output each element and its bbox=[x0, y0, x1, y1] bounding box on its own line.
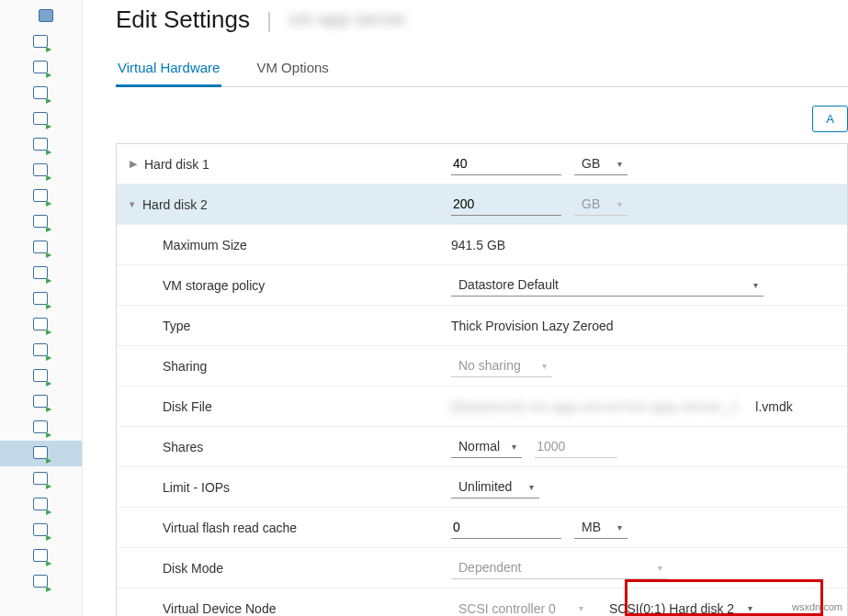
sidebar-item[interactable] bbox=[0, 364, 82, 389]
chevron-down-icon: ▾ bbox=[753, 280, 758, 290]
vm-icon bbox=[33, 266, 48, 281]
sidebar-item[interactable] bbox=[0, 441, 82, 466]
hard-disk-1-size-input[interactable] bbox=[451, 152, 561, 175]
chevron-down-icon: ▾ bbox=[130, 198, 135, 210]
row-storage-policy: VM storage policy Datastore Default ▾ bbox=[117, 265, 847, 306]
chevron-down-icon: ▾ bbox=[617, 522, 622, 532]
vm-icon bbox=[33, 523, 48, 538]
select-value: GB bbox=[582, 196, 600, 211]
sidebar-item[interactable] bbox=[0, 132, 82, 158]
chevron-down-icon: ▾ bbox=[617, 199, 622, 209]
vm-icon bbox=[33, 472, 48, 487]
chevron-down-icon: ▾ bbox=[617, 159, 622, 169]
vm-icon bbox=[33, 446, 48, 461]
sharing-select: No sharing ▾ bbox=[451, 354, 552, 377]
chevron-right-icon: ▶ bbox=[130, 158, 137, 170]
row-virtual-device-node: Virtual Device Node SCSI controller 0 ▾ … bbox=[117, 588, 847, 616]
sidebar-item[interactable] bbox=[0, 466, 82, 492]
row-hard-disk-2[interactable]: ▾ Hard disk 2 GB ▾ bbox=[117, 185, 847, 225]
row-limit-iops: Limit - IOPs Unlimited ▾ bbox=[117, 467, 847, 508]
vm-icon bbox=[33, 163, 48, 178]
vdn-address-select[interactable]: SCSI(0:1) Hard disk 2 ▾ bbox=[602, 598, 758, 617]
sidebar-item[interactable] bbox=[0, 569, 82, 595]
select-value: Unlimited bbox=[458, 479, 512, 494]
shares-level-select[interactable]: Normal ▾ bbox=[451, 435, 522, 458]
storage-policy-label: VM storage policy bbox=[163, 278, 265, 293]
flash-cache-unit-select[interactable]: MB ▾ bbox=[574, 516, 628, 539]
main-content: Edit Settings | vm-app-server Virtual Ha… bbox=[83, 0, 848, 616]
sharing-label: Sharing bbox=[163, 359, 207, 374]
sidebar-item[interactable] bbox=[0, 389, 82, 415]
max-size-label: Maximum Size bbox=[163, 238, 247, 252]
disk-file-suffix: l.vmdk bbox=[755, 399, 792, 414]
sidebar-item[interactable] bbox=[0, 261, 82, 286]
storage-policy-select[interactable]: Datastore Default ▾ bbox=[451, 274, 763, 297]
vm-icon bbox=[33, 420, 48, 435]
chevron-down-icon: ▾ bbox=[748, 603, 752, 613]
sidebar-item[interactable] bbox=[0, 55, 82, 81]
type-value: Thick Provision Lazy Zeroed bbox=[451, 319, 614, 333]
chevron-down-icon: ▾ bbox=[658, 563, 662, 573]
sidebar-item[interactable] bbox=[0, 29, 82, 55]
row-max-size: Maximum Size 941.5 GB bbox=[117, 225, 847, 265]
limit-iops-select[interactable]: Unlimited ▾ bbox=[451, 476, 539, 498]
sidebar-item[interactable] bbox=[0, 81, 82, 106]
sidebar-item[interactable] bbox=[0, 286, 82, 312]
row-type: Type Thick Provision Lazy Zeroed bbox=[117, 306, 847, 346]
hard-disk-1-unit-select[interactable]: GB ▾ bbox=[574, 152, 628, 175]
row-shares: Shares Normal ▾ bbox=[117, 427, 847, 467]
hard-disk-2-label: Hard disk 2 bbox=[142, 197, 208, 212]
select-value: Normal bbox=[458, 439, 500, 454]
add-device-button[interactable]: A bbox=[812, 106, 848, 132]
type-label: Type bbox=[163, 319, 190, 333]
sidebar-item[interactable] bbox=[0, 543, 82, 569]
vdn-label: Virtual Device Node bbox=[163, 601, 276, 616]
select-value: Datastore Default bbox=[458, 277, 559, 292]
tab-vm-options[interactable]: VM Options bbox=[254, 54, 330, 86]
sidebar-item[interactable] bbox=[0, 415, 82, 441]
vm-icon bbox=[33, 61, 48, 75]
tab-virtual-hardware[interactable]: Virtual Hardware bbox=[116, 54, 221, 86]
row-hard-disk-1[interactable]: ▶ Hard disk 1 GB ▾ bbox=[117, 144, 847, 185]
shares-value-input bbox=[535, 435, 617, 458]
vm-icon bbox=[33, 215, 48, 230]
vm-icon bbox=[33, 138, 48, 152]
settings-panel: ▶ Hard disk 1 GB ▾ ▾ Hard disk 2 GB ▾ bbox=[116, 143, 848, 616]
hard-disk-2-unit-select[interactable]: GB ▾ bbox=[574, 193, 628, 216]
max-size-value: 941.5 GB bbox=[451, 238, 505, 252]
select-value: SCSI(0:1) Hard disk 2 bbox=[609, 601, 734, 616]
sidebar-item[interactable] bbox=[0, 106, 82, 132]
vm-icon bbox=[33, 369, 48, 384]
limit-iops-label: Limit - IOPs bbox=[163, 480, 230, 495]
title-separator: | bbox=[266, 7, 272, 33]
flash-cache-input[interactable] bbox=[451, 516, 561, 539]
chevron-down-icon: ▾ bbox=[579, 603, 583, 613]
vm-icon bbox=[33, 395, 48, 409]
sidebar-item[interactable] bbox=[0, 518, 82, 543]
watermark: wsxdn.com bbox=[792, 601, 842, 612]
select-value: SCSI controller 0 bbox=[458, 601, 556, 616]
vm-icon bbox=[39, 9, 53, 24]
select-value: Dependent bbox=[458, 560, 522, 575]
sidebar-item[interactable] bbox=[0, 4, 82, 29]
hard-disk-2-size-input[interactable] bbox=[451, 193, 561, 216]
row-flash-cache: Virtual flash read cache MB ▾ bbox=[117, 508, 847, 548]
row-disk-file: Disk File [Datastore] vm-app-server/vm-a… bbox=[117, 386, 847, 427]
disk-mode-select: Dependent ▾ bbox=[451, 556, 668, 579]
sidebar-item[interactable] bbox=[0, 209, 82, 235]
row-disk-mode: Disk Mode Dependent ▾ bbox=[117, 548, 847, 588]
sidebar-item[interactable] bbox=[0, 184, 82, 209]
sidebar-item[interactable] bbox=[0, 158, 82, 184]
vm-icon bbox=[33, 318, 48, 332]
sidebar-item[interactable] bbox=[0, 492, 82, 518]
hard-disk-1-label: Hard disk 1 bbox=[144, 157, 209, 172]
sidebar-item[interactable] bbox=[0, 338, 82, 364]
vm-icon bbox=[33, 86, 48, 101]
sidebar-item[interactable] bbox=[0, 235, 82, 261]
disk-mode-label: Disk Mode bbox=[163, 561, 223, 576]
chevron-down-icon: ▾ bbox=[512, 442, 516, 452]
vm-icon bbox=[33, 241, 48, 255]
sidebar-item[interactable] bbox=[0, 312, 82, 338]
vm-icon bbox=[33, 343, 48, 358]
vm-icon bbox=[33, 112, 48, 127]
